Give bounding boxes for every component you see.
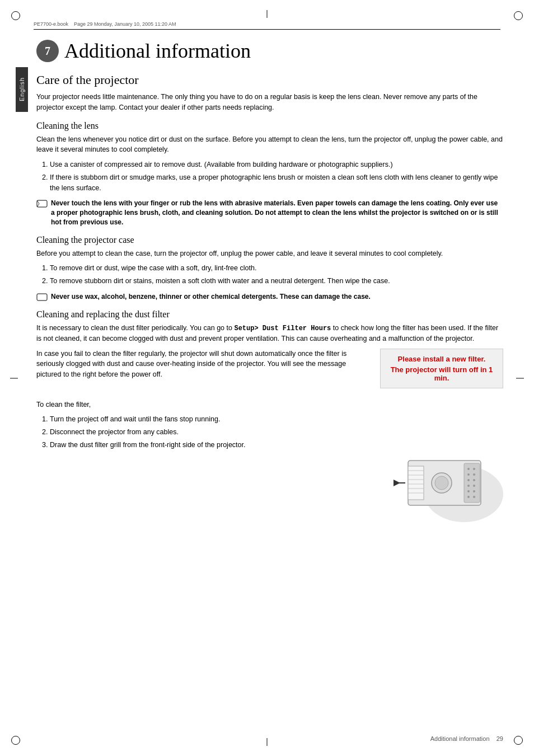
svg-point-16 — [467, 473, 470, 476]
svg-point-23 — [473, 490, 475, 492]
warning-lens-text: Never touch the lens with your finger or… — [51, 199, 503, 227]
language-tab: English — [16, 67, 28, 112]
footer: Additional information 29 — [36, 735, 503, 742]
svg-point-18 — [467, 479, 470, 481]
svg-point-20 — [467, 485, 470, 487]
filter-left-col: In case you fail to clean the filter reg… — [36, 349, 369, 394]
warning-icon — [36, 199, 49, 208]
footer-page-number: 29 — [496, 735, 503, 742]
header-file: PE7700-e.book — [34, 21, 68, 27]
heading-cleaning-filter: Cleaning and replacing the dust filter — [36, 309, 503, 320]
projector-image — [391, 433, 503, 522]
footer-label: Additional information — [430, 735, 490, 742]
message-line1: Please install a new filter. — [390, 355, 494, 363]
mid-mark-right — [516, 378, 524, 378]
mid-mark-top — [267, 10, 268, 18]
header-line: PE7700-e.book Page 29 Monday, January 10… — [34, 21, 500, 30]
heading-cleaning-lens: Cleaning the lens — [36, 121, 503, 131]
main-content: 7 Additional information Care of the pro… — [36, 34, 503, 722]
heading-cleaning-case: Cleaning the projector case — [36, 235, 503, 245]
svg-rect-13 — [464, 463, 480, 503]
list-item: To remove dirt or dust, wipe the case wi… — [50, 263, 503, 274]
cleaning-lens-intro: Clean the lens whenever you notice dirt … — [36, 134, 503, 156]
section-number: 7 — [45, 45, 50, 58]
filter-para2: In case you fail to clean the filter reg… — [36, 349, 369, 380]
svg-point-25 — [473, 496, 475, 498]
cleaning-case-steps: To remove dirt or dust, wipe the case wi… — [50, 263, 503, 287]
warning-lens: Never touch the lens with your finger or… — [36, 199, 503, 227]
svg-rect-3 — [37, 294, 47, 300]
svg-rect-0 — [37, 200, 47, 207]
warning-case: Never use wax, alcohol, benzene, thinner… — [36, 292, 503, 302]
message-line2: The projector will turn off in 1 min. — [390, 365, 494, 382]
projector-message-box: Please install a new filter. The project… — [380, 349, 503, 388]
svg-point-21 — [473, 485, 475, 487]
list-item: Use a canister of compressed air to remo… — [50, 159, 503, 170]
list-item: To remove stubborn dirt or stains, moist… — [50, 276, 503, 287]
page-title: Additional information — [64, 39, 251, 63]
svg-point-17 — [473, 473, 475, 476]
svg-point-28 — [435, 476, 448, 490]
setup-code: Setup> Dust Filter Hours — [234, 325, 331, 332]
crop-circle-tl — [11, 11, 20, 20]
two-col-section: In case you fail to clean the filter reg… — [36, 349, 503, 394]
svg-point-24 — [467, 496, 470, 498]
crop-circle-tr — [514, 11, 523, 20]
section-number-icon: 7 — [36, 40, 59, 62]
crop-circle-br — [514, 736, 523, 745]
mid-mark-left — [10, 378, 18, 378]
list-item: Turn the project off and wait until the … — [50, 414, 503, 425]
svg-point-19 — [473, 479, 475, 481]
language-label: English — [18, 77, 25, 101]
warning-icon-2 — [36, 293, 49, 302]
svg-point-15 — [473, 468, 475, 470]
section-care-intro: Your projector needs little maintenance.… — [36, 92, 503, 113]
warning-case-text: Never use wax, alcohol, benzene, thinner… — [51, 292, 371, 302]
svg-point-14 — [467, 468, 470, 470]
svg-rect-6 — [408, 466, 424, 500]
svg-point-22 — [467, 490, 470, 492]
filter-para1: It is necessary to clean the dust filter… — [36, 323, 503, 344]
page: English PE7700-e.book Page 29 Monday, Ja… — [0, 0, 534, 756]
page-title-block: 7 Additional information — [36, 39, 503, 63]
section-heading-care: Care of the projector — [36, 73, 503, 87]
cleaning-case-intro: Before you attempt to clean the case, tu… — [36, 248, 503, 259]
header-file-info: PE7700-e.book Page 29 Monday, January 10… — [34, 21, 500, 27]
to-clean-text: To clean the filter, — [36, 400, 503, 410]
header-page-info: Page 29 Monday, January 10, 2005 11:20 A… — [74, 21, 176, 27]
svg-line-1 — [37, 200, 39, 204]
svg-line-2 — [37, 204, 39, 207]
cleaning-lens-steps: Use a canister of compressed air to remo… — [50, 159, 503, 193]
crop-circle-bl — [11, 736, 20, 745]
filter-right-col: Please install a new filter. The project… — [380, 349, 503, 394]
list-item: If there is stubborn dirt or smudge mark… — [50, 172, 503, 194]
